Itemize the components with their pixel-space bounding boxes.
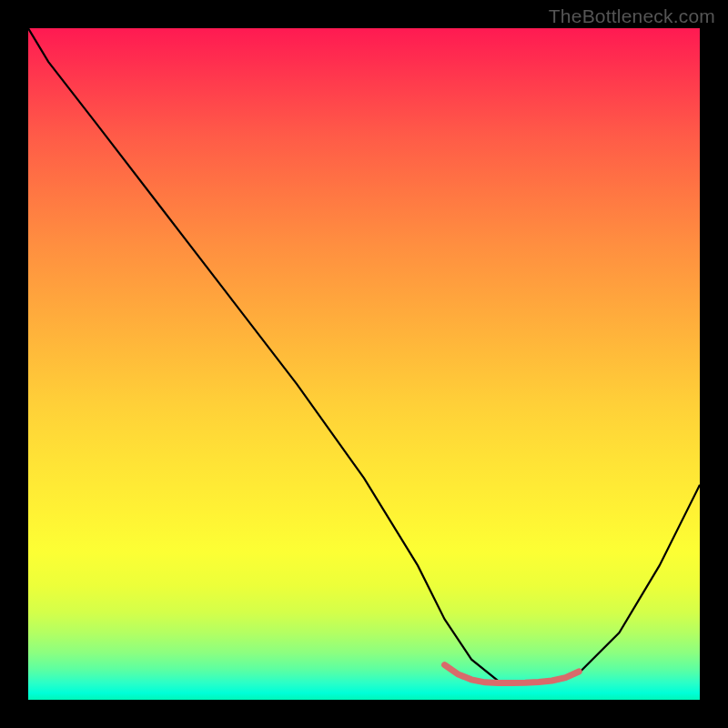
highlight-segment — [445, 665, 580, 683]
watermark-text: TheBottleneck.com — [549, 5, 715, 27]
curve-line — [28, 28, 700, 683]
chart-canvas: TheBottleneck.com — [0, 0, 728, 728]
chart-svg — [28, 28, 700, 700]
plot-area — [28, 28, 700, 700]
